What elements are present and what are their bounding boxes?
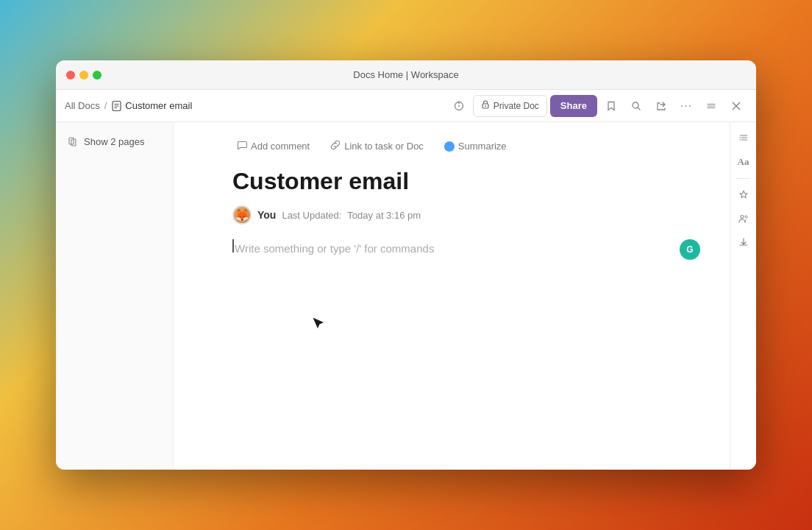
traffic-lights bbox=[56, 71, 102, 80]
summarize-icon bbox=[444, 141, 455, 152]
online-users-indicator: G bbox=[680, 239, 700, 260]
left-sidebar: Show 2 pages bbox=[56, 122, 174, 470]
right-sidebar-divider bbox=[736, 178, 751, 179]
document-content[interactable]: Add comment Link to task or Doc Summariz… bbox=[174, 122, 730, 470]
maximize-button[interactable] bbox=[93, 71, 102, 80]
editor-area[interactable]: Write something or type '/' for commands… bbox=[232, 239, 671, 386]
toolbar: All Docs / Customer email bbox=[56, 90, 756, 122]
favorites-button[interactable] bbox=[733, 185, 754, 205]
share-button[interactable]: Share bbox=[550, 95, 597, 117]
breadcrumb-parent[interactable]: All Docs bbox=[65, 100, 100, 111]
add-comment-button[interactable]: Add comment bbox=[232, 137, 314, 155]
table-of-contents-button[interactable] bbox=[733, 128, 754, 149]
svg-line-10 bbox=[638, 107, 640, 110]
breadcrumb-current-label: Customer email bbox=[125, 100, 192, 111]
breadcrumb-separator: / bbox=[104, 100, 107, 111]
app-window: Docs Home | Workspace All Docs / Custome… bbox=[56, 60, 756, 470]
private-doc-label: Private Doc bbox=[494, 101, 539, 111]
svg-point-18 bbox=[739, 137, 741, 138]
link-icon bbox=[330, 140, 341, 152]
right-sidebar: Aa bbox=[730, 122, 756, 470]
summarize-button[interactable]: Summarize bbox=[440, 138, 511, 155]
text-cursor bbox=[232, 239, 234, 252]
svg-point-19 bbox=[739, 139, 741, 141]
window-close-button[interactable] bbox=[725, 95, 747, 117]
action-bar: Add comment Link to task or Doc Summariz… bbox=[232, 137, 671, 155]
more-menu-button[interactable]: ··· bbox=[675, 95, 697, 117]
author-name: You bbox=[257, 209, 276, 221]
breadcrumb: All Docs / Customer email bbox=[65, 100, 192, 111]
svg-point-21 bbox=[745, 216, 747, 218]
document-title: Customer email bbox=[232, 167, 671, 195]
toolbar-actions: Private Doc Share ··· bbox=[448, 95, 747, 117]
collaborators-button[interactable] bbox=[733, 208, 754, 229]
comment-icon bbox=[237, 140, 247, 152]
export-button[interactable] bbox=[650, 95, 672, 117]
show-pages-label: Show 2 pages bbox=[84, 136, 144, 147]
show-pages-item[interactable]: Show 2 pages bbox=[62, 131, 167, 152]
window-title: Docs Home | Workspace bbox=[353, 69, 458, 80]
private-doc-button[interactable]: Private Doc bbox=[473, 95, 547, 117]
pages-icon bbox=[68, 135, 79, 147]
more-options-icon-btn[interactable] bbox=[448, 95, 470, 117]
breadcrumb-current: Customer email bbox=[111, 100, 192, 111]
author-row: You Last Updated: Today at 3:16 pm bbox=[232, 205, 671, 225]
add-comment-label: Add comment bbox=[251, 141, 310, 152]
titlebar: Docs Home | Workspace bbox=[56, 60, 756, 90]
download-button[interactable] bbox=[733, 232, 754, 252]
link-to-task-button[interactable]: Link to task or Doc bbox=[326, 137, 428, 155]
last-updated-value: Today at 3:16 pm bbox=[347, 210, 421, 221]
editor-placeholder: Write something or type '/' for commands bbox=[235, 242, 434, 255]
close-button[interactable] bbox=[66, 71, 75, 80]
svg-point-20 bbox=[741, 216, 744, 219]
minimize-button[interactable] bbox=[79, 71, 88, 80]
collapse-button[interactable] bbox=[700, 95, 722, 117]
link-to-task-label: Link to task or Doc bbox=[344, 141, 424, 152]
lock-icon bbox=[481, 100, 490, 111]
doc-file-icon bbox=[111, 101, 121, 111]
last-updated-label: Last Updated: bbox=[282, 210, 341, 221]
main-area: Show 2 pages Add comment bbox=[56, 122, 756, 470]
avatar bbox=[232, 205, 252, 225]
svg-point-8 bbox=[485, 105, 486, 107]
search-button[interactable] bbox=[625, 95, 647, 117]
text-format-button[interactable]: Aa bbox=[733, 152, 754, 172]
summarize-label: Summarize bbox=[458, 141, 507, 152]
svg-point-5 bbox=[458, 105, 460, 107]
bookmark-button[interactable] bbox=[600, 95, 622, 117]
